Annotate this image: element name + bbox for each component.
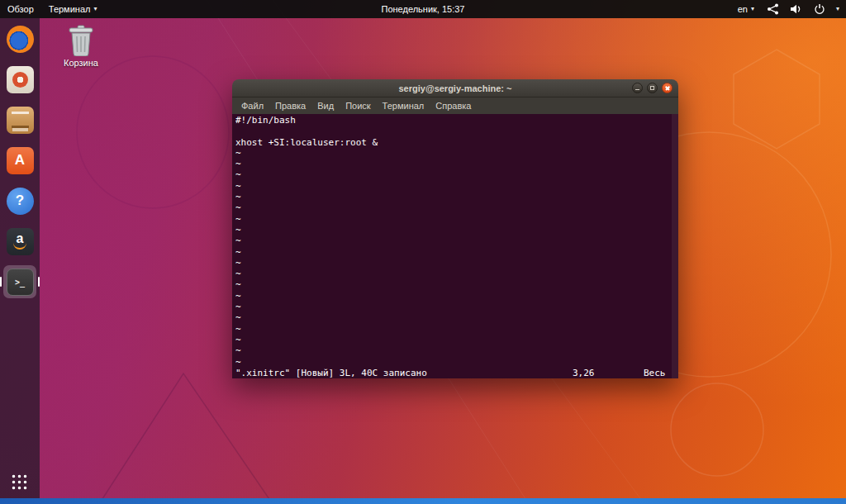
chevron-down-icon: ▾ — [93, 6, 97, 12]
terminal-line: ~ — [235, 235, 678, 246]
terminal-window: sergiy@sergiy-machine: ~ ФайлПравкаВидПо… — [232, 79, 678, 378]
top-bar-left: Обзор Терминал ▾ — [0, 0, 104, 18]
software-letter: A — [15, 152, 25, 169]
dock-item-terminal[interactable]: >_ — [3, 265, 36, 298]
amazon-icon: a — [7, 228, 34, 255]
terminal-line — [235, 126, 678, 136]
status-file-info: ".xinitrc" [Новый] 3L, 40C записано — [235, 368, 573, 378]
keyboard-layout-label: en — [738, 4, 748, 14]
chevron-down-icon[interactable]: ▾ — [836, 6, 839, 12]
terminal-line: ~ — [235, 258, 678, 269]
firefox-icon — [7, 26, 34, 53]
show-applications-button[interactable] — [12, 474, 28, 491]
wallpaper-bottom-strip — [0, 498, 846, 504]
chevron-down-icon: ▾ — [751, 6, 754, 12]
trash-label: Корзина — [64, 58, 98, 68]
dock-item-help[interactable]: ? — [3, 184, 36, 217]
window-title: sergiy@sergiy-machine: ~ — [232, 83, 678, 93]
terminal-line: ~ — [235, 312, 678, 323]
minimize-button[interactable] — [632, 83, 643, 93]
active-indicator-left — [0, 277, 2, 287]
network-icon[interactable] — [767, 3, 779, 15]
titlebar[interactable]: sergiy@sergiy-machine: ~ — [232, 79, 678, 97]
volume-icon[interactable] — [790, 3, 803, 15]
clock[interactable]: Понедельник, 15:37 — [374, 0, 473, 18]
terminal-menu-item[interactable]: Справка — [430, 101, 477, 111]
top-bar: Обзор Терминал ▾ Понедельник, 15:37 en ▾ — [0, 0, 846, 18]
dock-item-amazon[interactable]: a — [3, 225, 36, 258]
files-icon — [7, 107, 34, 134]
terminal-menu-item[interactable]: Файл — [235, 101, 269, 111]
maximize-button[interactable] — [647, 83, 658, 93]
active-indicator-right — [38, 277, 40, 287]
terminal-line: ~ — [235, 202, 678, 213]
app-menu[interactable]: Терминал ▾ — [41, 0, 105, 18]
close-button[interactable] — [662, 83, 673, 93]
terminal-line: ~ — [235, 269, 678, 279]
terminal-menu-item[interactable]: Правка — [269, 101, 311, 111]
terminal-line: ~ — [235, 159, 678, 169]
trash-icon — [66, 23, 96, 56]
app-menu-label: Терминал — [49, 4, 91, 14]
top-bar-center: Понедельник, 15:37 — [0, 0, 846, 18]
help-question-mark: ? — [16, 193, 24, 209]
window-controls — [632, 83, 678, 93]
terminal-line: ~ — [235, 357, 678, 368]
terminal-line: ~ — [235, 247, 678, 258]
terminal-line: ~ — [235, 225, 678, 235]
terminal-content[interactable]: #!/bin/bash xhost +SI:localuser:root &~~… — [232, 114, 678, 378]
terminal-menu-item[interactable]: Вид — [311, 101, 340, 111]
status-line: ".xinitrc" [Новый] 3L, 40C записано 3,26… — [235, 368, 678, 378]
terminal-line: ~ — [235, 192, 678, 202]
dock-item-files[interactable] — [3, 103, 36, 136]
terminal-menu-item[interactable]: Терминал — [377, 101, 430, 111]
activities-button[interactable]: Обзор — [0, 0, 41, 18]
status-cursor-position: 3,26 — [573, 368, 644, 378]
terminal-line: xhost +SI:localuser:root & — [235, 137, 678, 148]
terminal-line: ~ — [235, 324, 678, 335]
keyboard-layout-indicator[interactable]: en ▾ — [736, 0, 756, 18]
dock-item-ubuntu-software[interactable]: A — [3, 144, 36, 177]
rhythmbox-icon — [7, 66, 34, 93]
terminal-line: ~ — [235, 302, 678, 312]
terminal-scrollbar[interactable] — [672, 114, 678, 378]
dock-item-firefox[interactable] — [3, 22, 36, 55]
ubuntu-software-icon: A — [7, 147, 34, 174]
terminal-line: ~ — [235, 345, 678, 356]
terminal-line: ~ — [235, 214, 678, 225]
terminal-line: #!/bin/bash — [235, 115, 678, 126]
dock-item-rhythmbox[interactable] — [3, 63, 36, 96]
status-scroll-indicator: Весь — [644, 368, 672, 378]
power-icon[interactable] — [814, 3, 825, 15]
dock: A ? a >_ — [0, 18, 40, 498]
help-icon: ? — [7, 188, 34, 215]
terminal-line: ~ — [235, 335, 678, 345]
terminal-line: ~ — [235, 181, 678, 192]
terminal-prompt-glyph: >_ — [15, 278, 25, 287]
terminal-line: ~ — [235, 169, 678, 180]
terminal-menu-item[interactable]: Поиск — [340, 101, 376, 111]
system-tray: en ▾ ▾ — [736, 0, 846, 18]
terminal-line: ~ — [235, 148, 678, 159]
terminal-line: ~ — [235, 291, 678, 302]
terminal-line: ~ — [235, 279, 678, 290]
amazon-letter: a — [17, 233, 24, 245]
terminal-icon: >_ — [7, 269, 34, 296]
trash-desktop-icon[interactable]: Корзина — [58, 23, 104, 68]
terminal-menubar: ФайлПравкаВидПоискТерминалСправка — [232, 97, 678, 114]
terminal-lines: #!/bin/bash xhost +SI:localuser:root &~~… — [235, 115, 678, 368]
